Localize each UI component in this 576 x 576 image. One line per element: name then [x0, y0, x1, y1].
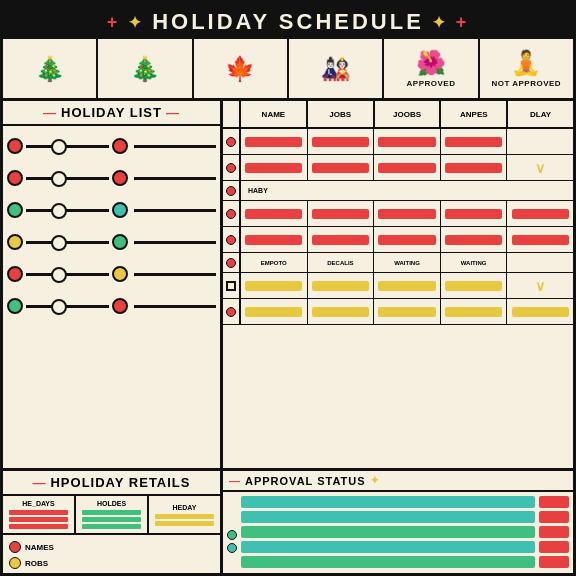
- th-check: [223, 101, 241, 127]
- approval-dots-col: [227, 496, 237, 576]
- td-anpes: [441, 129, 508, 154]
- td-dlay: [507, 299, 573, 324]
- cell-bar: [245, 137, 302, 147]
- plus-icon: +: [107, 12, 121, 33]
- td-anpes: [441, 227, 508, 252]
- td-anpes: [441, 155, 508, 180]
- td-name: [241, 129, 308, 154]
- right-bar: [539, 526, 569, 538]
- approval-panel: — APPROVAL STATUS ✦: [223, 471, 573, 576]
- star-icon-left: ✦: [128, 13, 144, 32]
- list-item: [7, 196, 216, 224]
- right-bar: [539, 511, 569, 523]
- right-bar: [539, 541, 569, 553]
- checkbox[interactable]: [226, 281, 236, 291]
- td-name: [241, 155, 308, 180]
- right-bar: [539, 496, 569, 508]
- approval-header: — APPROVAL STATUS ✦: [223, 471, 573, 492]
- td-joobs: [374, 201, 441, 226]
- schedule-table: NAME JOBS JOOBS ANPES DLAY: [223, 101, 573, 468]
- approval-dash: —: [229, 475, 241, 487]
- row-check: [223, 129, 241, 154]
- td-decalis: DECALIS: [308, 253, 375, 272]
- cell-bar: [445, 281, 502, 291]
- list-item: [7, 228, 216, 256]
- cell-bar: [378, 307, 435, 317]
- check-dot: [226, 258, 236, 268]
- cell-bar: [312, 137, 369, 147]
- dot-left: [7, 170, 23, 186]
- td-dlay: ∨: [507, 155, 573, 180]
- td-name: [241, 299, 308, 324]
- td-name: [241, 273, 308, 298]
- detail-bar: [82, 510, 141, 515]
- approval-bars: [241, 496, 535, 576]
- check-dot: [226, 235, 236, 245]
- list-item: [7, 164, 216, 192]
- td-dlay: [507, 227, 573, 252]
- table-row: [223, 227, 573, 253]
- th-joobs: JOOBS: [375, 101, 442, 127]
- td-chevron: [507, 253, 573, 272]
- section-label-empoto: EMPOTO DECALIS WAITING WAITING: [223, 253, 573, 273]
- timeline-bar: [26, 177, 109, 180]
- cell-bar: [445, 235, 502, 245]
- cell-bar: [512, 307, 569, 317]
- status-label: ROBS: [25, 559, 48, 568]
- list-item: [7, 260, 216, 288]
- td-joobs: [374, 227, 441, 252]
- icon-tree-2: 🎄: [98, 39, 193, 98]
- td-name: [241, 201, 308, 226]
- holiday-list-title: — HOLIDAY LIST —: [3, 101, 220, 126]
- icon-leaf: 🍁: [194, 39, 289, 98]
- cell-bar: [445, 163, 502, 173]
- th-name: NAME: [241, 101, 308, 127]
- status-item-robs: ROBS: [9, 557, 214, 569]
- status-items: NAMES ROBS NOTES: [3, 535, 220, 576]
- timeline-bar: [26, 241, 109, 244]
- detail-bar: [9, 524, 68, 529]
- table-row: [223, 201, 573, 227]
- row-check: [223, 201, 241, 226]
- dot-right: [112, 170, 128, 186]
- holiday-details-title: — HPOLIDAY RETAILS: [3, 471, 220, 496]
- status-label: NAMES: [25, 543, 54, 552]
- cell-bar: [378, 281, 435, 291]
- dot-left: [7, 138, 23, 154]
- list-item: [7, 132, 216, 160]
- detail-bar: [155, 514, 214, 519]
- col-hedays-label: HE_DAYS: [22, 500, 54, 507]
- approval-right-bars: [539, 496, 569, 576]
- td-dlay: [507, 129, 573, 154]
- cell-bar: [312, 163, 369, 173]
- holiday-details-panel: — HPOLIDAY RETAILS HE_DAYS HOLDES: [3, 471, 223, 576]
- cell-bar: [512, 235, 569, 245]
- td-anpes: [441, 201, 508, 226]
- holiday-list-content: [3, 126, 220, 468]
- table-header: NAME JOBS JOOBS ANPES DLAY: [223, 101, 573, 129]
- cell-bar: [312, 235, 369, 245]
- td-joobs: [374, 155, 441, 180]
- row-check: [223, 181, 241, 200]
- dot-right: [112, 298, 128, 314]
- cell-bar: [378, 163, 435, 173]
- approval-bar: [241, 496, 535, 508]
- bottom-area: — HPOLIDAY RETAILS HE_DAYS HOLDES: [3, 471, 573, 576]
- td-dlay: [507, 201, 573, 226]
- dot-right: [112, 202, 128, 218]
- table-row: ∨: [223, 155, 573, 181]
- td-jobs: [308, 155, 375, 180]
- timeline-bar: [26, 305, 109, 308]
- icon-not-approved: 🧘 NOT APPROVED: [480, 39, 573, 98]
- icons-row: 🎄 🎄 🍁 🎎 🌺 APPROVED 🧘 NOT APPROVED: [3, 39, 573, 101]
- main-area: — HOLIDAY LIST —: [3, 101, 573, 471]
- td-joobs: [374, 273, 441, 298]
- page-title: HOLIDAY SCHEDULE: [152, 9, 424, 35]
- cell-bar: [245, 163, 302, 173]
- td-waiting1: WAITING: [374, 253, 441, 272]
- dot-right: [112, 138, 128, 154]
- td-waiting2: WAITING: [441, 253, 508, 272]
- cell-bar: [312, 307, 369, 317]
- cell-bar: [312, 281, 369, 291]
- td-anpes: [441, 273, 508, 298]
